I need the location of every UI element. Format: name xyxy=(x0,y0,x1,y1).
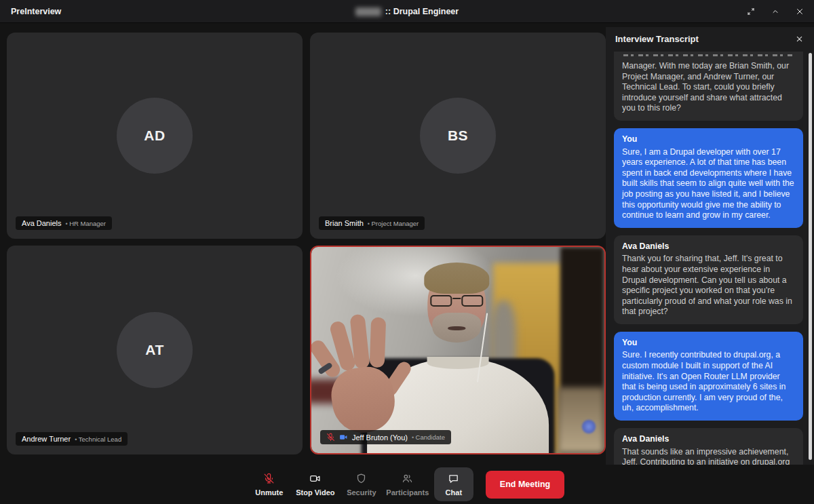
redacted-company-name xyxy=(355,7,381,16)
participant-name: Jeff Bruton (You) xyxy=(352,433,408,442)
camera-on-icon xyxy=(339,433,348,442)
participant-role: Technical Lead xyxy=(75,435,121,443)
titlebar: PreInterview :: Drupal Engineer xyxy=(0,0,814,23)
transcript-scrollbar[interactable] xyxy=(809,53,812,460)
button-label: Unmute xyxy=(255,488,283,497)
clipped-text-line xyxy=(623,54,794,56)
video-tile-brian-smith[interactable]: BS Brian Smith Project Manager xyxy=(310,33,606,239)
chat-button[interactable]: Chat xyxy=(434,467,473,501)
participant-name-pill: Andrew Turner Technical Lead xyxy=(16,432,128,446)
minimize-icon[interactable] xyxy=(771,7,780,16)
self-video-feed xyxy=(311,247,604,453)
message-sender: Ava Daniels xyxy=(622,434,795,445)
transcript-message: You Sure. I recently contributed to drup… xyxy=(614,332,803,421)
transcript-header: Interview Transcript xyxy=(606,27,814,50)
participant-role: HR Manager xyxy=(66,220,106,227)
window-controls xyxy=(746,0,805,23)
stop-video-button[interactable]: Stop Video xyxy=(296,467,335,501)
close-transcript-icon[interactable] xyxy=(794,33,805,44)
button-label: Security xyxy=(347,488,376,497)
app-name: PreInterview xyxy=(11,7,61,16)
transcript-message: You Sure, I am a Drupal developer with o… xyxy=(614,128,803,228)
video-tile-ava-daniels[interactable]: AD Ava Daniels HR Manager xyxy=(7,33,303,239)
participant-name-pill: Jeff Bruton (You) Candidate xyxy=(320,430,451,444)
participant-name-pill: Brian Smith Project Manager xyxy=(319,216,425,230)
transcript-message: Ava Daniels Thank you for sharing that, … xyxy=(614,235,803,324)
meeting-title: :: Drupal Engineer xyxy=(0,0,814,23)
participant-name: Brian Smith xyxy=(325,219,364,227)
video-camera-icon xyxy=(309,473,321,484)
participant-name: Andrew Turner xyxy=(22,435,71,443)
meeting-title-text: :: Drupal Engineer xyxy=(385,7,459,16)
transcript-message: Ava Daniels That sounds like an impressi… xyxy=(614,428,803,465)
button-label: Chat xyxy=(446,488,462,497)
interview-transcript-panel: Interview Transcript Manager. With me to… xyxy=(606,27,814,465)
avatar: BS xyxy=(420,98,496,174)
transcript-messages[interactable]: Manager. With me today are Brian Smith, … xyxy=(606,50,814,465)
fullscreen-icon[interactable] xyxy=(746,7,756,16)
video-tile-jeff-bruton-self[interactable]: Jeff Bruton (You) Candidate xyxy=(310,246,606,454)
participant-name: Ava Daniels xyxy=(22,219,62,227)
chat-icon xyxy=(448,473,459,484)
participant-name-pill: Ava Daniels HR Manager xyxy=(16,216,112,230)
shield-icon xyxy=(355,473,367,484)
message-sender: You xyxy=(622,134,795,145)
mic-off-icon xyxy=(263,473,275,484)
end-meeting-button[interactable]: End Meeting xyxy=(486,471,564,499)
meeting-toolbar: Unmute Stop Video Security Participants … xyxy=(0,465,814,504)
button-label: Participants xyxy=(386,488,429,497)
transcript-title: Interview Transcript xyxy=(615,34,699,44)
security-button[interactable]: Security xyxy=(342,467,381,501)
video-tile-andrew-turner[interactable]: AT Andrew Turner Technical Lead xyxy=(7,246,303,454)
avatar: AD xyxy=(117,98,193,174)
participants-icon xyxy=(402,473,413,484)
participant-role: Candidate xyxy=(412,433,445,441)
mic-off-icon xyxy=(326,433,335,442)
message-sender: You xyxy=(622,338,795,349)
close-window-icon[interactable] xyxy=(795,7,805,16)
unmute-button[interactable]: Unmute xyxy=(250,467,289,501)
message-sender: Ava Daniels xyxy=(622,241,795,252)
video-watermark-icon xyxy=(581,419,596,434)
avatar: AT xyxy=(117,312,193,388)
participant-role: Project Manager xyxy=(368,220,419,227)
meeting-app-window: PreInterview :: Drupal Engineer AD Ava D… xyxy=(0,0,814,504)
transcript-message: Manager. With me today are Brian Smith, … xyxy=(614,52,803,121)
button-label: Stop Video xyxy=(296,488,334,497)
participants-button[interactable]: Participants xyxy=(388,467,427,501)
